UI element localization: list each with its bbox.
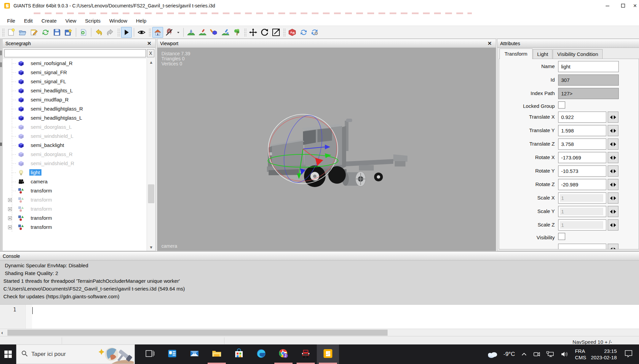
script-editor[interactable]: 1	[0, 304, 639, 329]
weather-cloud-icon[interactable]	[487, 350, 498, 358]
open-file-icon[interactable]	[17, 27, 28, 38]
start-button[interactable]	[0, 344, 16, 364]
network-icon[interactable]	[546, 351, 554, 357]
scenegraph-node-transform[interactable]: transform	[3, 195, 147, 205]
scenegraph-node-transform[interactable]: transform	[3, 214, 147, 223]
input-index-path[interactable]: 127>	[558, 88, 619, 99]
reload-icon[interactable]	[40, 27, 51, 38]
foliage-paint-icon[interactable]	[209, 27, 219, 38]
sync-icon[interactable]	[298, 27, 309, 38]
caret-down-icon[interactable]	[175, 27, 181, 38]
spinner-button[interactable]	[608, 219, 618, 231]
input-translate-x[interactable]: 0.922	[558, 112, 606, 123]
expand-icon[interactable]	[8, 216, 12, 220]
terrain-paint-icon[interactable]	[220, 27, 231, 38]
home-icon[interactable]	[152, 27, 163, 38]
scenegraph-node-transform[interactable]: transform	[3, 186, 147, 195]
close-button[interactable]: ✕	[631, 0, 639, 11]
scenegraph-node-semi_doorglass_L[interactable]: semi_doorglass_L	[3, 123, 147, 132]
expand-icon[interactable]	[8, 198, 12, 202]
scenegraph-node-semi_doorglass_R[interactable]: semi_doorglass_R	[3, 150, 147, 159]
taskbar-app-mail[interactable]	[183, 344, 206, 364]
tab-transform[interactable]: Transform	[499, 49, 532, 59]
menu-view[interactable]: View	[61, 17, 81, 25]
play-icon[interactable]	[121, 27, 132, 38]
capture-icon[interactable]	[533, 351, 540, 357]
scenegraph-node-transform[interactable]: transform	[3, 205, 147, 214]
input-scale-x[interactable]: 1	[558, 192, 606, 204]
volume-icon[interactable]	[560, 351, 569, 357]
viewport-3d-canvas[interactable]: Distance 7.39Triangles 0Vertices 0 camer…	[157, 48, 496, 251]
edit-file-icon[interactable]	[29, 27, 39, 38]
menu-help[interactable]: Help	[132, 17, 151, 25]
spinner-button[interactable]	[608, 192, 618, 204]
taskbar-app-explorer[interactable]	[206, 344, 228, 364]
menu-edit[interactable]: Edit	[20, 17, 37, 25]
input-id[interactable]: 307	[558, 74, 619, 86]
input-clipped[interactable]	[558, 244, 606, 249]
scenegraph-node-camera[interactable]: camera	[3, 177, 147, 186]
input-translate-y[interactable]: 1.598	[558, 125, 606, 136]
input-rotate-x[interactable]: -173.069	[558, 152, 606, 163]
spinner-button[interactable]	[608, 179, 618, 190]
maximize-button[interactable]	[615, 0, 631, 11]
expand-icon[interactable]	[8, 225, 12, 229]
scenegraph-close-icon[interactable]: ✕	[146, 40, 153, 47]
input-rotate-z[interactable]: -20.989	[558, 179, 606, 190]
ab-cube-icon[interactable]: AB	[287, 27, 298, 38]
menu-file[interactable]: File	[3, 17, 20, 25]
spinner-button[interactable]	[608, 125, 618, 136]
scenegraph-node-semi_signal_FL[interactable]: semi_signal_FL	[3, 77, 147, 86]
gear-sync-icon[interactable]	[310, 27, 321, 38]
new-file-icon[interactable]	[6, 27, 17, 38]
scenegraph-node-semi_windshield_L[interactable]: semi_windshield_L	[3, 132, 147, 141]
tab-light[interactable]: Light	[533, 49, 553, 59]
input-scale-y[interactable]: 1	[558, 206, 606, 217]
import-icon[interactable]	[78, 27, 89, 38]
scenegraph-node-semi_signal_FR[interactable]: semi_signal_FR	[3, 68, 147, 77]
scenegraph-node-transform[interactable]: transform	[3, 223, 147, 232]
scenegraph-node-semi_windshield_R[interactable]: semi_windshield_R	[3, 159, 147, 168]
scroll-up-icon[interactable]: ▲	[147, 59, 155, 66]
save-as-icon[interactable]	[63, 27, 74, 38]
rotate-tool-icon[interactable]	[259, 27, 270, 38]
scenegraph-node-semi_headlights_L[interactable]: semi_headlights_L	[3, 86, 147, 95]
tree-place-icon[interactable]	[232, 27, 242, 38]
taskbar-search-box[interactable]: Taper ici pour	[16, 344, 135, 364]
tab-visibility-condition[interactable]: Visibility Condition	[553, 49, 602, 59]
spinner-button[interactable]	[608, 152, 618, 163]
scenegraph-scrollbar[interactable]: ▲ ▼	[147, 59, 155, 251]
scenegraph-search-clear-button[interactable]: X	[147, 49, 154, 57]
Locked Group-checkbox[interactable]	[558, 101, 565, 109]
input-scale-z[interactable]: 1	[558, 219, 606, 231]
taskbar-app-chrome[interactable]: J	[272, 344, 295, 364]
taskbar-app-store[interactable]	[228, 344, 250, 364]
spinner-button[interactable]	[608, 112, 618, 123]
scenegraph-node-semi_mudflap_R[interactable]: semi_mudflap_R	[3, 95, 147, 104]
taskbar-app-task-view[interactable]	[139, 344, 161, 364]
clock[interactable]: 23:15 2023-02-18	[591, 348, 617, 361]
spinner-button[interactable]	[608, 165, 618, 177]
scroll-down-icon[interactable]: ▼	[147, 244, 155, 251]
eye-icon[interactable]	[136, 27, 147, 38]
input-translate-z[interactable]: 3.758	[558, 139, 606, 150]
taskbar-app-app-blue[interactable]	[161, 344, 183, 364]
notification-center-icon[interactable]	[624, 350, 633, 359]
spinner-button[interactable]	[608, 206, 618, 217]
scenegraph-node-semi_roofsignal_R[interactable]: semi_roofsignal_R	[3, 59, 147, 68]
spinner-button[interactable]	[608, 244, 618, 249]
magnet-off-icon[interactable]	[164, 27, 175, 38]
input-rotate-y[interactable]: -10.573	[558, 165, 606, 177]
temperature-label[interactable]: -9°C	[504, 351, 515, 358]
menu-window[interactable]: Window	[105, 17, 131, 25]
move-tool-icon[interactable]	[248, 27, 258, 38]
menu-scripts[interactable]: Scripts	[81, 17, 105, 25]
scrollbar-thumb[interactable]	[148, 184, 154, 203]
tray-expand-icon[interactable]	[521, 353, 527, 356]
expand-icon[interactable]	[8, 207, 12, 211]
redo-icon[interactable]	[105, 27, 116, 38]
menu-create[interactable]: Create	[37, 17, 61, 25]
save-icon[interactable]	[52, 27, 62, 38]
taskbar-app-edge[interactable]	[250, 344, 272, 364]
taskbar-app-giants[interactable]	[317, 344, 339, 364]
